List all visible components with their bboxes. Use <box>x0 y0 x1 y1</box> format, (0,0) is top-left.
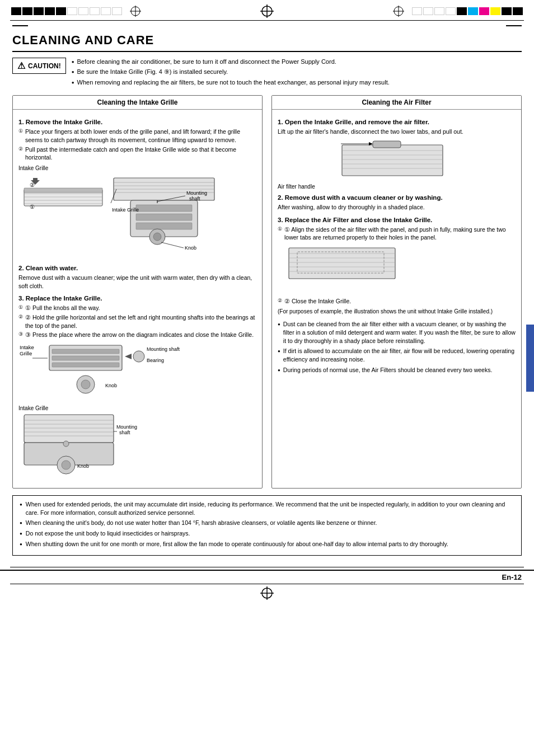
left-step3-sub1-text: ① Pull the knobs all the way. <box>25 304 100 312</box>
bullet-icon-2: ● <box>278 348 280 363</box>
bottom-note-3: Do not expose the unit body to liquid in… <box>20 529 514 538</box>
right-step1-heading: 1. Open the Intake Grille, and remove th… <box>278 119 516 125</box>
svg-marker-42 <box>125 354 132 359</box>
svg-text:Intake Grille: Intake Grille <box>112 207 139 213</box>
svg-text:Knob: Knob <box>77 463 89 469</box>
main-content: CLEANING AND CARE ⚠ CAUTION! Before clea… <box>0 27 534 567</box>
color-swatch-empty2 <box>78 7 88 15</box>
page-title: CLEANING AND CARE <box>12 33 522 52</box>
color-swatch-black3 <box>34 7 44 15</box>
right-step1-text: Lift up the air filter's handle, disconn… <box>278 128 516 136</box>
svg-rect-73 <box>289 248 395 279</box>
left-step2-text: Remove dust with a vacuum cleaner; wipe … <box>18 274 256 290</box>
circle-r3b-icon: ② <box>278 297 282 306</box>
right-step3-note: (For purposes of example, the illustrati… <box>278 308 516 316</box>
left-step3-sub3-text: ③ Press the place where the arrow on the… <box>25 331 254 339</box>
right-bullet-2-text: If dirt is allowed to accumulate on the … <box>283 347 516 363</box>
color-swatch-empty5 <box>112 7 122 15</box>
svg-rect-70 <box>373 141 401 148</box>
color-bar-left <box>11 6 141 17</box>
right-bullet-1: ● Dust can be cleaned from the air filte… <box>278 320 516 345</box>
color-swatch-r-empty2 <box>423 7 433 15</box>
color-swatch-empty1 <box>67 7 77 15</box>
circle-r3a-icon: ① <box>278 226 282 242</box>
air-filter-svg <box>320 139 448 190</box>
svg-rect-64 <box>342 145 443 176</box>
diagram1-label: Intake Grille <box>18 165 256 171</box>
svg-point-48 <box>81 380 90 389</box>
svg-point-27 <box>153 233 161 241</box>
left-section-body: 1. Remove the Intake Grille. ① Place you… <box>13 110 262 488</box>
svg-text:Mounting shaft: Mounting shaft <box>147 346 180 352</box>
svg-point-62 <box>62 461 71 469</box>
right-step3-heading: 3. Replace the Air Filter and close the … <box>278 217 516 223</box>
diagram-2b-svg: Mounting shaft Knob <box>18 412 153 479</box>
bottom-notes-box: When used for extended periods, the unit… <box>12 495 522 555</box>
right-bullet-1-text: Dust can be cleaned from the air filter … <box>283 320 516 345</box>
left-step1-heading: 1. Remove the Intake Grille. <box>18 119 256 125</box>
bottom-note-4-text: When shutting down the unit for one mont… <box>26 540 448 548</box>
right-bullet-3-text: During periods of normal use, the Air Fi… <box>283 366 493 374</box>
color-swatch-r-empty1 <box>412 7 422 15</box>
svg-rect-50 <box>24 415 114 443</box>
left-step3-sub2: ② ② Hold the grille horizontal and set t… <box>18 313 256 330</box>
svg-rect-10 <box>24 188 102 192</box>
svg-rect-25 <box>136 223 192 229</box>
filter-diagram-container: Air filter handle <box>278 139 516 190</box>
air-filter-replace-svg <box>278 245 406 293</box>
svg-text:Grille: Grille <box>20 350 32 356</box>
right-step3-sub2: ② ② Close the Intake Grille. <box>278 297 516 306</box>
caution-bullet-1: Before cleaning the air conditioner, be … <box>72 58 390 66</box>
right-bullets: ● Dust can be cleaned from the air filte… <box>278 320 516 374</box>
svg-text:Mounting: Mounting <box>186 190 207 196</box>
svg-rect-23 <box>136 205 192 212</box>
left-step3-sub3: ③ ③ Press the place where the arrow on t… <box>18 331 256 339</box>
svg-text:①: ① <box>30 204 35 210</box>
center-reg <box>260 4 274 18</box>
right-step2-text: After washing, allow to dry thoroughly i… <box>278 203 516 212</box>
svg-rect-39 <box>52 349 119 354</box>
caution-text: CAUTION! <box>28 62 61 70</box>
bottom-note-1-text: When used for extended periods, the unit… <box>26 500 514 516</box>
left-step3-heading: 3. Replace the Intake Grille. <box>18 295 256 302</box>
bullet-icon-3: ● <box>278 367 280 374</box>
right-column: Cleaning the Air Filter 1. Open the Inta… <box>271 95 522 489</box>
page-number: En-12 <box>0 570 534 584</box>
air-filter-diagram-2 <box>278 245 516 294</box>
caution-bullet-2: Be sure the Intake Grille (Fig. 4 ⑨) is … <box>72 68 390 76</box>
svg-rect-41 <box>52 363 119 367</box>
svg-text:Mounting: Mounting <box>116 424 137 430</box>
filter-handle-label: Air filter handle <box>278 184 315 190</box>
diagram2-bottom-label: Intake Grille <box>18 405 256 411</box>
bottom-bar <box>0 584 534 602</box>
svg-text:shaft: shaft <box>189 196 200 201</box>
svg-text:Intake: Intake <box>20 344 34 350</box>
left-mark <box>12 25 28 26</box>
color-swatch-r-empty3 <box>434 7 444 15</box>
diagram-2a-svg: Intake Grille Mounting shaft Bearing <box>18 342 220 404</box>
svg-rect-24 <box>136 214 192 220</box>
left-step1-sub2: ② Pull past the intermediate catch and o… <box>18 145 256 162</box>
right-mark <box>506 25 522 26</box>
left-column: Cleaning the Intake Grille 1. Remove the… <box>12 95 263 489</box>
color-swatch-r-empty4 <box>446 7 456 15</box>
svg-text:Bearing: Bearing <box>147 358 164 363</box>
circle-3c-icon: ③ <box>18 331 23 339</box>
circle-3a-icon: ① <box>18 304 23 312</box>
diagram-1-svg: ② ① <box>18 172 220 259</box>
color-swatch-r-yellow <box>490 7 500 15</box>
reg-mark-left <box>130 6 141 17</box>
caution-label: ⚠ CAUTION! <box>12 58 66 74</box>
bottom-note-4: When shutting down the unit for one mont… <box>20 540 514 548</box>
caution-box: ⚠ CAUTION! Before cleaning the air condi… <box>12 58 522 88</box>
right-bullet-3: ● During periods of normal use, the Air … <box>278 366 516 374</box>
two-column-section: Cleaning the Intake Grille 1. Remove the… <box>12 95 522 489</box>
diagram-intake-open: Intake Grille ② ① <box>18 165 256 260</box>
right-step3-sub2-text: ② Close the Intake Grille. <box>284 297 351 306</box>
right-step3-sub1-text: ① Align the sides of the air filter with… <box>284 226 516 242</box>
circle-3b-icon: ② <box>18 313 23 330</box>
color-swatch-r-black3 <box>513 7 523 15</box>
color-bar-right <box>393 6 523 17</box>
svg-text:Knob: Knob <box>185 245 196 251</box>
right-step3-sub1: ① ① Align the sides of the air filter wi… <box>278 226 516 242</box>
